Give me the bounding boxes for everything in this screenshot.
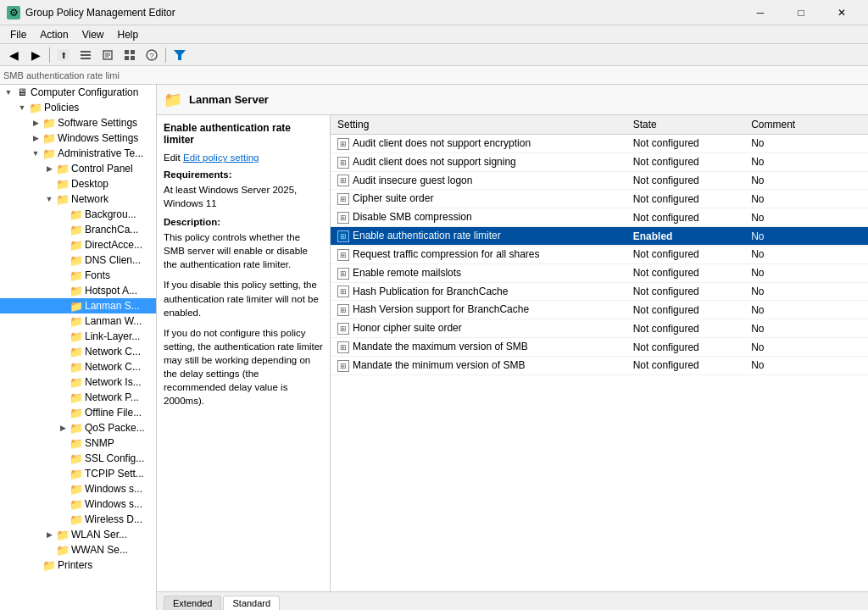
tree-node-qos[interactable]: ▶ 📁 QoS Packe... [0, 420, 156, 435]
table-row[interactable]: ⊞Enable remote mailslotsNot configuredNo [331, 263, 868, 282]
policy-icon: ⊞ [337, 323, 349, 335]
cell-comment: No [744, 263, 868, 282]
tree-node-windows1[interactable]: ▶ 📁 Windows s... [0, 481, 156, 496]
tree-node-windows-settings[interactable]: ▶ 📁 Windows Settings [0, 130, 156, 146]
table-row[interactable]: ⊞Enable authentication rate limiterEnabl… [331, 227, 868, 246]
tree-node-lanman-server[interactable]: ▶ 📁 Lanman S... [0, 298, 156, 313]
cell-comment: No [744, 171, 868, 190]
tree-node-hotspot[interactable]: ▶ 📁 Hotspot A... [0, 283, 156, 298]
tree-node-software-settings[interactable]: ▶ 📁 Software Settings [0, 115, 156, 130]
tree-node-background[interactable]: ▶ 📁 Backgrou... [0, 207, 156, 222]
tree-node-snmp[interactable]: ▶ 📁 SNMP [0, 435, 156, 451]
expander-software-settings[interactable]: ▶ [29, 116, 42, 130]
tree-node-link-layer[interactable]: ▶ 📁 Link-Layer... [0, 329, 156, 344]
requirements-title: Requirements: [164, 169, 323, 180]
table-header-row: Setting State Comment [331, 115, 868, 135]
cell-state: Not configured [626, 171, 744, 190]
policy-icon: ⊞ [337, 249, 349, 261]
node-label-computer-config: Computer Configuration [31, 86, 138, 98]
tree-node-network-c1[interactable]: ▶ 📁 Network C... [0, 344, 156, 359]
table-row[interactable]: ⊞Hash Version support for BranchCacheNot… [331, 301, 868, 319]
tab-extended[interactable]: Extended [164, 596, 221, 610]
col-header-state[interactable]: State [626, 115, 744, 135]
folder-icon-nc2: 📁 [70, 360, 83, 374]
expander-control-panel[interactable]: ▶ [42, 162, 56, 175]
tree-node-fonts[interactable]: ▶ 📁 Fonts [0, 268, 156, 283]
tree-node-windows2[interactable]: ▶ 📁 Windows s... [0, 496, 156, 512]
tree-node-ssl-config[interactable]: ▶ 📁 SSL Config... [0, 451, 156, 466]
expander-qos[interactable]: ▶ [56, 421, 70, 435]
policy-icon: ⊞ [337, 286, 349, 297]
tree-node-wlan[interactable]: ▶ 📁 WLAN Ser... [0, 527, 156, 542]
show-hide-button[interactable] [75, 46, 96, 64]
expander-admin-templates[interactable]: ▼ [29, 147, 42, 160]
properties-button[interactable] [97, 46, 118, 64]
tree-node-wireless[interactable]: ▶ 📁 Wireless D... [0, 512, 156, 527]
tree-node-network[interactable]: ▼ 📁 Network [0, 191, 156, 207]
col-header-comment[interactable]: Comment [744, 115, 868, 135]
tree-node-lanman-w[interactable]: ▶ 📁 Lanman W... [0, 313, 156, 329]
cell-setting: ⊞Mandate the minimum version of SMB [331, 356, 626, 374]
tree-node-network-c2[interactable]: ▶ 📁 Network C... [0, 359, 156, 374]
back-button[interactable]: ◀ [3, 46, 24, 64]
svg-rect-12 [131, 56, 135, 60]
table-row[interactable]: ⊞Audit client does not support encryptio… [331, 135, 868, 153]
expander-windows-settings[interactable]: ▶ [29, 131, 42, 145]
cell-setting: ⊞Audit insecure guest logon [331, 171, 626, 190]
menu-help[interactable]: Help [111, 27, 146, 42]
tree-node-policies[interactable]: ▼ 📁 Policies [0, 100, 156, 115]
view-button[interactable] [120, 46, 140, 64]
table-row[interactable]: ⊞Hash Publication for BranchCacheNot con… [331, 282, 868, 301]
menu-action[interactable]: Action [33, 27, 75, 42]
policy-name: Audit client does not support encryption [353, 137, 531, 149]
menu-file[interactable]: File [3, 27, 33, 42]
tree-node-admin-templates[interactable]: ▼ 📁 Administrative Te... [0, 146, 156, 161]
cell-setting: ⊞Audit client does not support encryptio… [331, 135, 626, 153]
menu-view[interactable]: View [75, 27, 111, 42]
node-label-windows2: Windows s... [85, 498, 142, 510]
table-row[interactable]: ⊞Mandate the maximum version of SMBNot c… [331, 338, 868, 357]
tree-node-desktop[interactable]: ▶ 📁 Desktop [0, 176, 156, 191]
maximize-button[interactable]: □ [782, 0, 821, 25]
table-row[interactable]: ⊞Audit insecure guest logonNot configure… [331, 171, 868, 190]
edit-policy-link[interactable]: Edit policy setting [183, 152, 259, 163]
help-button[interactable]: ? [142, 46, 162, 64]
table-row[interactable]: ⊞Audit client does not support signingNo… [331, 152, 868, 171]
tree-node-printers[interactable]: ▶ 📁 Printers [0, 557, 156, 573]
tree-node-offline-file[interactable]: ▶ 📁 Offline File... [0, 405, 156, 420]
table-row[interactable]: ⊞Cipher suite orderNot configuredNo [331, 190, 868, 208]
up-button[interactable]: ⬆ [53, 46, 74, 64]
tree-node-computer-config[interactable]: ▼ 🖥 Computer Configuration [0, 85, 156, 100]
cell-comment: No [744, 319, 868, 338]
cell-comment: No [744, 227, 868, 246]
tree-node-network-p[interactable]: ▶ 📁 Network P... [0, 390, 156, 405]
expander-policies[interactable]: ▼ [15, 101, 29, 114]
table-row[interactable]: ⊞Honor cipher suite orderNot configuredN… [331, 319, 868, 338]
col-header-setting[interactable]: Setting [331, 115, 626, 135]
tree-node-network-is[interactable]: ▶ 📁 Network Is... [0, 374, 156, 390]
cell-setting: ⊞Request traffic compression for all sha… [331, 245, 626, 263]
forward-button[interactable]: ▶ [25, 46, 46, 64]
svg-text:?: ? [149, 52, 153, 60]
expander-computer-config[interactable]: ▼ [2, 86, 15, 99]
filter-button[interactable] [170, 46, 190, 64]
expander-network[interactable]: ▼ [42, 192, 56, 206]
cell-comment: No [744, 152, 868, 171]
close-button[interactable]: ✕ [822, 0, 861, 25]
window-controls: ─ □ ✕ [741, 0, 861, 25]
tree-node-tcpip[interactable]: ▶ 📁 TCPIP Sett... [0, 466, 156, 481]
tree-node-dns-client[interactable]: ▶ 📁 DNS Clien... [0, 252, 156, 268]
tree-node-branchcache[interactable]: ▶ 📁 BranchCa... [0, 222, 156, 237]
table-row[interactable]: ⊞Mandate the minimum version of SMBNot c… [331, 356, 868, 374]
svg-text:⬆: ⬆ [60, 51, 67, 60]
tree-node-directaccess[interactable]: ▶ 📁 DirectAcce... [0, 237, 156, 252]
table-row[interactable]: ⊞Request traffic compression for all sha… [331, 245, 868, 263]
minimize-button[interactable]: ─ [741, 0, 780, 25]
tree-node-control-panel[interactable]: ▶ 📁 Control Panel [0, 161, 156, 176]
table-row[interactable]: ⊞Disable SMB compressionNot configuredNo [331, 208, 868, 227]
computer-icon: 🖥 [15, 86, 29, 99]
tab-standard[interactable]: Standard [223, 596, 280, 610]
tree-node-wwan[interactable]: ▶ 📁 WWAN Se... [0, 542, 156, 557]
expander-wlan[interactable]: ▶ [42, 528, 56, 541]
node-label-control-panel: Control Panel [71, 163, 133, 175]
